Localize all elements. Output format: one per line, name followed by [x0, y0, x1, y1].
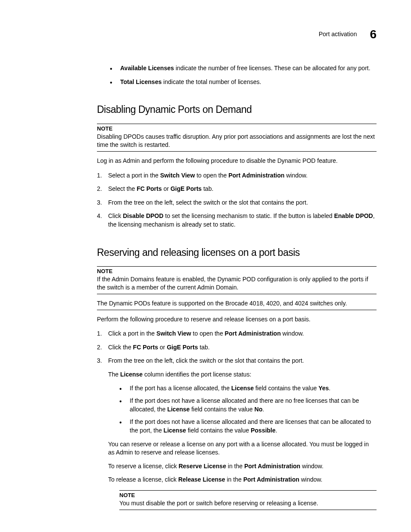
note-body: You must disable the port or switch befo… [119, 499, 377, 510]
section-heading-disabling: Disabling Dynamic Ports on Demand [97, 103, 377, 116]
paragraph: To release a license, click Release Lice… [108, 476, 377, 484]
step-item: Click Disable DPOD to set the licensing … [97, 212, 377, 229]
list-item: Available Licenses indicate the number o… [110, 64, 377, 73]
note-label: NOTE [97, 124, 377, 133]
header-topic: Port activation [319, 30, 357, 39]
page-content: Available Licenses indicate the number o… [97, 64, 377, 510]
step-item: From the tree on the left, select the sw… [97, 199, 377, 207]
note-label: NOTE [119, 490, 377, 499]
paragraph: Log in as Admin and perform the followin… [97, 157, 377, 165]
list-item: If the port does not have a license allo… [119, 418, 377, 435]
note-body: Disabling DPODs causes traffic disruptio… [97, 133, 377, 152]
paragraph: Perform the following procedure to reser… [97, 315, 377, 324]
chapter-number: 6 [370, 26, 377, 43]
step-item: Click a port in the Switch View to open … [97, 330, 377, 338]
procedure-list: Select a port in the Switch View to open… [97, 171, 377, 229]
procedure-list: Click a port in the Switch View to open … [97, 330, 377, 510]
page-header: Port activation 6 [34, 26, 377, 43]
paragraph: The License column identifies the port l… [108, 370, 377, 379]
intro-bullet-list: Available Licenses indicate the number o… [110, 64, 377, 86]
step-item: Select the FC Ports or GigE Ports tab. [97, 185, 377, 193]
list-item: If the port does not have a license allo… [119, 397, 377, 414]
document-page: Port activation 6 Available Licenses ind… [0, 0, 411, 532]
step-item: Click the FC Ports or GigE Ports tab. [97, 343, 377, 352]
inline-note: NOTE You must disable the port or switch… [119, 490, 377, 510]
step-item: From the tree on the left, click the swi… [97, 357, 377, 510]
list-item: Total Licenses indicate the total number… [110, 78, 377, 87]
note-label: NOTE [97, 266, 377, 275]
section-heading-reserving: Reserving and releasing licenses on a po… [97, 246, 377, 259]
nested-bullet-list: If the port has a license allocated, the… [119, 384, 377, 435]
paragraph: To reserve a license, click Reserve Lice… [108, 462, 377, 471]
note-body: If the Admin Domains feature is enabled,… [97, 275, 377, 294]
list-item: If the port has a license allocated, the… [119, 384, 377, 393]
support-notice: The Dynamic PODs feature is supported on… [97, 299, 377, 310]
step-item: Select a port in the Switch View to open… [97, 171, 377, 180]
paragraph: You can reserve or release a license on … [108, 440, 377, 457]
